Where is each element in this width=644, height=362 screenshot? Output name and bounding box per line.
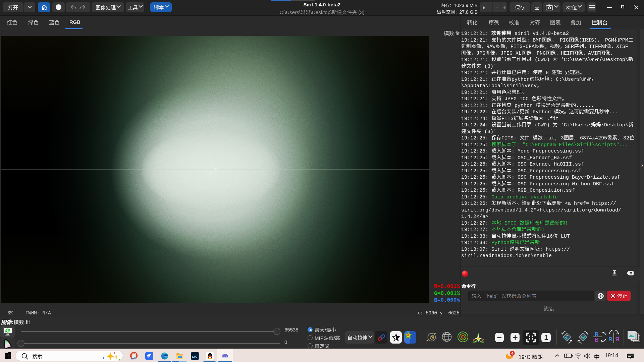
svg-text:LrC: LrC	[192, 355, 198, 358]
svg-text:R: R	[615, 337, 619, 342]
svg-text:R: R	[608, 337, 612, 342]
svg-text:4: 4	[512, 351, 514, 355]
svg-text:R: R	[595, 337, 599, 343]
svg-text:R: R	[595, 331, 599, 337]
